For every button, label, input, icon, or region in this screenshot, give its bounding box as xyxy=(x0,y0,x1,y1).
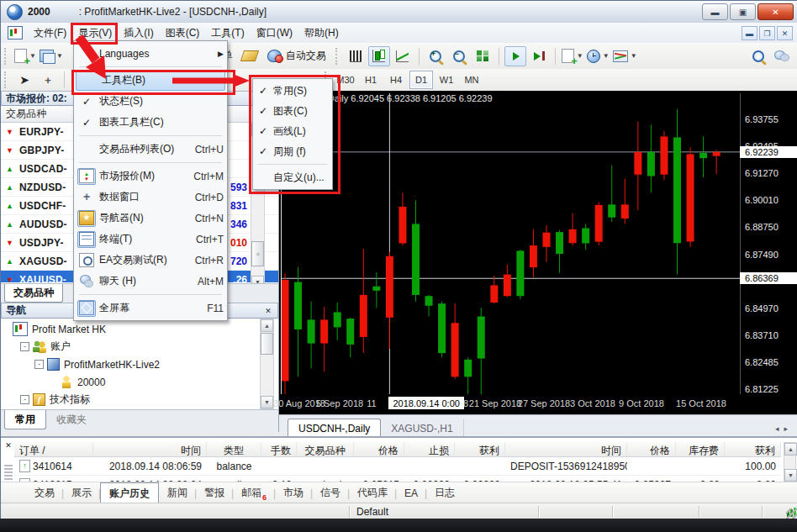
menu-item[interactable]: ✓常用(S) xyxy=(253,81,332,101)
terminal-tab-警报[interactable]: 警报| xyxy=(196,482,233,503)
menu-item[interactable]: ✓画线(L) xyxy=(253,121,332,141)
period-MN[interactable]: MN xyxy=(460,71,483,89)
period-M30[interactable]: M30 xyxy=(334,71,357,89)
menu-item[interactable]: 终端(T)Ctrl+T xyxy=(74,229,227,250)
column-header-时间[interactable]: 时间 xyxy=(505,442,627,456)
column-header-库存费[interactable]: 库存费 xyxy=(676,442,725,456)
zoom-in-button[interactable]: + xyxy=(425,46,446,66)
tree-item-技术指标[interactable]: -f技术指标 xyxy=(1,391,258,408)
column-header-获利[interactable]: 获利 xyxy=(455,442,505,456)
bar-chart-button[interactable] xyxy=(345,46,367,66)
column-header-时间[interactable]: 时间 xyxy=(93,442,207,456)
toolbar-grip[interactable] xyxy=(4,48,9,65)
minimize-button[interactable]: ▬ xyxy=(702,3,728,20)
menu-item[interactable]: ✓图表工具栏(C) xyxy=(74,112,227,133)
periods-button[interactable]: ▼ xyxy=(586,46,610,66)
price-axis[interactable]: 6.937556.924956.912706.900106.887506.874… xyxy=(740,93,797,394)
menu-item[interactable]: ✓周期 (f) xyxy=(253,141,332,161)
child-minimize-button[interactable]: ▬ xyxy=(742,26,757,40)
tree-expander[interactable]: - xyxy=(34,360,44,369)
profiles-button[interactable]: ▼ xyxy=(39,46,64,66)
chat-button[interactable] xyxy=(771,46,793,66)
chart-tab-XAGUSD-,H1[interactable]: XAGUSD-,H1 xyxy=(381,419,463,437)
scroll-up-button[interactable]: ▲ xyxy=(784,443,797,456)
tree-expander[interactable]: - xyxy=(20,395,29,404)
line-chart-button[interactable] xyxy=(392,46,414,66)
period-D1[interactable]: D1 xyxy=(409,71,433,89)
menu-item[interactable]: 全屏幕F11 xyxy=(74,298,227,319)
close-icon[interactable]: ✕ xyxy=(262,305,274,317)
status-profile[interactable]: Default xyxy=(350,506,539,518)
scroll-down-button[interactable]: ▼ xyxy=(784,469,797,482)
toolbar-grip[interactable] xyxy=(4,71,9,88)
terminal-tab-邮箱[interactable]: 邮箱6| xyxy=(233,482,275,503)
templates-button[interactable]: ▼ xyxy=(612,46,638,66)
chart-tab-USDCNH-,Daily[interactable]: USDCNH-,Daily xyxy=(288,419,381,437)
column-header-交易品种[interactable]: 交易品种 xyxy=(297,442,354,456)
toolbar-grip[interactable] xyxy=(335,48,340,65)
menu-item[interactable]: 聊天 (H)Alt+M xyxy=(74,271,227,292)
period-W1[interactable]: W1 xyxy=(435,71,458,89)
tree-item-20000[interactable]: 20000 xyxy=(1,373,258,391)
column-header-止损[interactable]: 止损 xyxy=(404,442,455,456)
terminal-scrollbar[interactable]: ▲ ▼ xyxy=(784,442,796,482)
terminal-tab-交易[interactable]: 交易| xyxy=(26,482,63,503)
menu-item[interactable]: ✓图表(C) xyxy=(253,101,332,121)
menu-item[interactable]: 自定义(u)... xyxy=(253,167,332,187)
column-header-获利[interactable]: 获利 xyxy=(725,442,781,456)
menu-item[interactable]: ✓状态栏(S) xyxy=(74,91,227,112)
menu-窗口(W)[interactable]: 窗口(W) xyxy=(251,23,298,44)
scroll-up-button[interactable]: ▲ xyxy=(261,319,273,332)
new-chart-button[interactable]: +▼ xyxy=(13,46,37,66)
child-close-button[interactable]: ✕ xyxy=(777,26,793,40)
column-header-价格[interactable]: 价格 xyxy=(354,442,404,456)
close-icon[interactable]: ✕ xyxy=(3,440,13,450)
navigator-scrollbar[interactable]: ▲ ▼ xyxy=(260,319,274,409)
search-button[interactable] xyxy=(747,46,769,66)
period-H1[interactable]: H1 xyxy=(359,71,383,89)
tree-item-Profit Market HK[interactable]: Profit Market HK xyxy=(1,320,258,338)
terminal-tab-日志[interactable]: 日志 xyxy=(426,482,463,503)
crosshair-button[interactable]: + xyxy=(37,70,59,90)
chart-shift-button[interactable] xyxy=(528,46,550,66)
terminal-tab-代码库[interactable]: 代码库| xyxy=(349,482,396,503)
chart-window-system-icon[interactable] xyxy=(8,26,23,40)
zoom-out-button[interactable]: − xyxy=(448,46,470,66)
tree-item-账户[interactable]: -账户 xyxy=(1,338,258,356)
tab-scroll-arrows[interactable]: ◂▸ xyxy=(775,424,793,433)
menu-文件(F)[interactable]: 文件(F) xyxy=(28,23,72,44)
column-header-手数[interactable]: 手数 xyxy=(261,442,297,456)
terminal-tab-信号[interactable]: 信号| xyxy=(312,482,349,503)
navigator-tab-收藏夹[interactable]: 收藏夹 xyxy=(46,410,97,429)
menu-item[interactable]: EA交易测试(R)Ctrl+R xyxy=(74,250,227,271)
menu-item[interactable]: ▲▼市场报价(M)Ctrl+M xyxy=(74,166,227,187)
column-header-价格[interactable]: 价格 xyxy=(627,442,676,456)
order-row[interactable]: ↑34106142018.09.14 08:06:59balanceDEPOSI… xyxy=(14,457,781,476)
tree-item-ProfitMarketHK-Live2[interactable]: -ProfitMarketHK-Live2 xyxy=(1,356,258,373)
auto-trading-button[interactable]: 自动交易 xyxy=(262,46,331,66)
indicators-button[interactable]: +▼ xyxy=(561,46,584,66)
tree-expander[interactable]: - xyxy=(20,342,29,351)
menu-item[interactable]: +数据窗口Ctrl+D xyxy=(74,187,227,208)
cursor-button[interactable]: ➤ xyxy=(13,70,35,90)
terminal-tab-EA[interactable]: EA| xyxy=(396,482,426,503)
scroll-down-button[interactable]: ▼ xyxy=(261,396,273,408)
menu-item[interactable]: Languages▶ xyxy=(74,43,227,64)
child-restore-button[interactable]: ❐ xyxy=(759,26,775,40)
scrollbar-thumb[interactable]: ≡ xyxy=(251,241,264,266)
terminal-tab-展示[interactable]: 展示| xyxy=(63,482,100,503)
restore-button[interactable]: ▣ xyxy=(730,3,756,20)
menu-item[interactable]: 交易品种列表(O)Ctrl+U xyxy=(74,139,227,160)
terminal-tab-市场[interactable]: 市场| xyxy=(275,482,312,503)
candlestick-chart-button[interactable] xyxy=(368,46,390,66)
menu-item[interactable]: 工具栏(B) xyxy=(76,70,225,91)
close-button[interactable]: ✕ xyxy=(757,3,794,20)
menu-帮助(H)[interactable]: 帮助(H) xyxy=(298,23,345,44)
menu-item[interactable]: ★导航器(N)Ctrl+N xyxy=(74,208,227,229)
column-header-类型[interactable]: 类型 xyxy=(207,442,261,456)
chart-plot-area[interactable] xyxy=(281,93,741,394)
column-header-订单 /[interactable]: 订单 / xyxy=(14,442,93,456)
history-center-button[interactable] xyxy=(239,46,261,66)
auto-scroll-button[interactable] xyxy=(504,46,526,66)
tile-windows-button[interactable] xyxy=(472,46,494,66)
